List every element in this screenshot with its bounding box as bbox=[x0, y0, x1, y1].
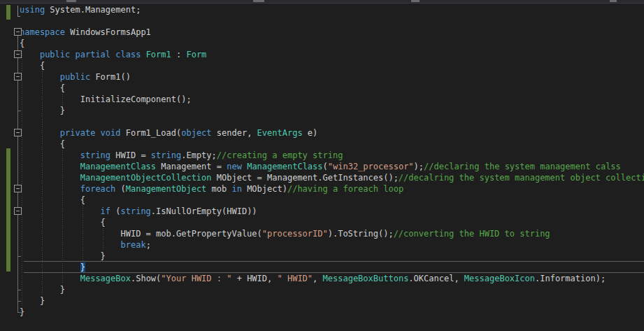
code-token: + HWID, bbox=[231, 274, 277, 283]
code-token: Form bbox=[186, 50, 206, 59]
code-token: new bbox=[227, 162, 242, 171]
code-token: Form1 bbox=[146, 50, 171, 59]
code-line[interactable]: break; bbox=[0, 239, 644, 251]
fold-toggle-button[interactable]: − bbox=[14, 185, 22, 192]
code-token: { bbox=[20, 139, 65, 149]
code-token: .IsNullOrEmpty(HWID)) bbox=[151, 206, 257, 216]
code-token: ( bbox=[110, 206, 120, 216]
code-line[interactable]: } bbox=[0, 295, 644, 307]
code-token: { bbox=[20, 38, 24, 48]
code-line[interactable]: if (string.IsNullOrEmpty(HWID)) bbox=[0, 206, 644, 217]
code-token: .Show( bbox=[131, 274, 161, 283]
code-line[interactable]: { bbox=[0, 217, 644, 228]
code-comment: //declaring the system management calss bbox=[424, 162, 621, 171]
code-token: string bbox=[121, 206, 151, 216]
code-line[interactable]: public Form1() bbox=[0, 71, 644, 83]
code-token: ( bbox=[115, 184, 125, 194]
code-token: ManagementObjectCollection bbox=[80, 173, 212, 183]
code-token: } bbox=[20, 307, 24, 317]
code-comment: //decalring the system management object… bbox=[399, 173, 644, 183]
code-token: string bbox=[80, 150, 110, 160]
code-line[interactable]: foreach (ManagementObject mob in MObject… bbox=[0, 183, 644, 195]
code-editor-window: using System.Management;namespace Window… bbox=[0, 0, 644, 331]
code-token: Form1_Load( bbox=[126, 128, 181, 138]
top-clip-artifact bbox=[253, 0, 264, 2]
fold-toggle-button[interactable]: − bbox=[14, 207, 22, 215]
code-token: break bbox=[121, 240, 146, 250]
code-token: { bbox=[20, 61, 45, 71]
code-token: HWID = mob.GetPropertyValue( bbox=[20, 229, 262, 239]
code-line[interactable]: { bbox=[0, 195, 644, 206]
code-token: e) bbox=[303, 128, 318, 138]
code-token: InitializeComponent(); bbox=[20, 94, 192, 104]
code-line[interactable]: } bbox=[0, 251, 644, 262]
code-token: ManagementClass bbox=[80, 162, 156, 171]
fold-toggle-button[interactable]: − bbox=[14, 73, 22, 80]
code-token: " HWID" bbox=[278, 274, 313, 283]
code-line[interactable]: string HWID = string.Empty;//creating a … bbox=[0, 150, 644, 161]
fold-toggle-button[interactable]: − bbox=[14, 28, 22, 36]
code-lines[interactable]: using System.Management;namespace Window… bbox=[0, 4, 644, 318]
change-tracking-bar bbox=[6, 148, 10, 272]
code-token: mob bbox=[206, 184, 231, 194]
code-comment: //having a foreach loop bbox=[287, 184, 403, 194]
code-token: ; bbox=[146, 240, 151, 250]
code-line[interactable]: } bbox=[0, 105, 644, 116]
code-token: namespace bbox=[20, 27, 70, 37]
top-clip-artifact bbox=[66, 0, 76, 2]
code-token: "processorID" bbox=[262, 229, 328, 239]
code-token: "win32_processor" bbox=[328, 162, 414, 171]
code-line[interactable]: { bbox=[0, 139, 644, 150]
code-line[interactable]: using System.Management; bbox=[0, 4, 644, 15]
code-token bbox=[20, 262, 80, 272]
code-token: MObject = Management.GetInstances(); bbox=[212, 173, 399, 183]
code-token: string bbox=[151, 150, 181, 160]
code-token: foreach bbox=[80, 184, 116, 194]
code-line[interactable]: ManagementObjectCollection MObject = Man… bbox=[0, 172, 644, 183]
top-clipped-toolbar bbox=[0, 0, 644, 3]
code-line[interactable]: public partial class Form1 : Form bbox=[0, 49, 644, 60]
change-tracking-bar bbox=[6, 5, 10, 20]
code-token: sender, bbox=[212, 128, 257, 138]
code-token bbox=[20, 184, 80, 194]
code-line[interactable]: } bbox=[0, 262, 644, 273]
code-token: { bbox=[20, 83, 65, 93]
code-token: MessageBoxButtons bbox=[323, 274, 409, 283]
code-line[interactable]: HWID = mob.GetPropertyValue("processorID… bbox=[0, 228, 644, 239]
code-line[interactable]: InitializeComponent(); bbox=[0, 94, 644, 105]
code-token: private void bbox=[60, 128, 126, 138]
code-token: WindowsFormsApp1 bbox=[70, 27, 151, 37]
code-token: public partial class bbox=[40, 50, 146, 59]
code-comment: //creating a empty string bbox=[217, 150, 343, 160]
code-line[interactable]: } bbox=[0, 307, 644, 318]
code-line[interactable]: MessageBox.Show("Your HWID : " + HWID, "… bbox=[0, 273, 644, 284]
code-token: { bbox=[20, 195, 85, 205]
code-token bbox=[20, 173, 80, 183]
code-token: } bbox=[20, 285, 65, 295]
code-line[interactable]: namespace WindowsFormsApp1 bbox=[0, 27, 644, 38]
code-token bbox=[20, 128, 60, 138]
code-token bbox=[20, 50, 40, 59]
code-token bbox=[20, 150, 80, 160]
code-line[interactable]: } bbox=[0, 284, 644, 295]
code-line[interactable] bbox=[0, 15, 644, 27]
code-token: ).ToString(); bbox=[328, 229, 394, 239]
code-token: HWID = bbox=[110, 150, 151, 160]
code-token: MessageBoxIcon bbox=[464, 274, 535, 283]
code-token: using bbox=[20, 5, 50, 15]
code-line[interactable]: ManagementClass Management = new Managem… bbox=[0, 161, 644, 172]
fold-toggle-button[interactable]: − bbox=[14, 50, 22, 58]
code-token: "Your HWID : " bbox=[161, 274, 231, 283]
code-line[interactable]: private void Form1_Load(object sender, E… bbox=[0, 127, 644, 139]
fold-toggle-button[interactable]: − bbox=[14, 129, 22, 136]
code-token: if bbox=[101, 206, 110, 216]
code-token bbox=[20, 162, 80, 171]
code-token: ); bbox=[414, 162, 424, 171]
code-line[interactable]: { bbox=[0, 60, 644, 71]
code-line[interactable]: { bbox=[0, 83, 644, 94]
code-line[interactable] bbox=[0, 116, 644, 127]
code-line[interactable]: { bbox=[0, 38, 644, 49]
code-token: ManagementClass bbox=[247, 162, 322, 171]
code-token: .Information); bbox=[535, 274, 606, 283]
code-token: MessageBox bbox=[80, 274, 131, 283]
